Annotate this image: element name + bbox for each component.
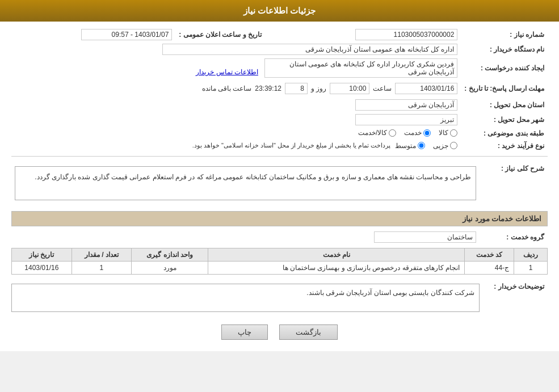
contact-info-link[interactable]: اطلاعات تماس خریدار xyxy=(196,68,258,76)
col-header-code: کد خدمت xyxy=(465,248,514,261)
category-radio-group: کالا خدمت کالا/خدمت xyxy=(358,129,457,137)
col-header-name: نام خدمت xyxy=(208,248,465,261)
deadline-time: 10:00 xyxy=(330,83,369,94)
services-table: ردیف کد خدمت نام خدمت واحد اندازه گیری ت… xyxy=(11,248,548,275)
category-radio-khedmat[interactable] xyxy=(423,129,431,137)
process-radio-mottavas[interactable] xyxy=(418,142,425,149)
process-type-radio-group: جزیی متوسط xyxy=(395,142,457,150)
process-option-jozi[interactable]: جزیی xyxy=(433,142,457,150)
page-header: جزئیات اطلاعات نیاز xyxy=(0,0,559,22)
requester-org-value: اداره کل کتابخانه های عمومی استان آذربای… xyxy=(162,44,457,55)
buyer-notes-value: شرکت کنندگان بایستی بومی استان آذربایجان… xyxy=(11,284,480,312)
service-group-label: گروه خدمت : xyxy=(480,230,548,245)
province-value: آذربایجان شرقی xyxy=(355,99,457,111)
category-option-kala[interactable]: کالا xyxy=(439,129,457,137)
category-option-kala-khedmat[interactable]: کالا/خدمت xyxy=(358,129,396,137)
table-row: 1 ج-44 انجام کارهای متفرقه درخصوص بازساز… xyxy=(12,261,548,274)
cell-code: ج-44 xyxy=(465,261,514,274)
process-mottavas-label: متوسط xyxy=(395,142,416,150)
col-header-unit: واحد اندازه گیری xyxy=(132,248,208,261)
need-number-value: 1103005037000002 xyxy=(355,29,457,40)
publish-datetime-value: 1403/01/07 - 09:57 xyxy=(81,29,172,40)
process-jozi-label: جزیی xyxy=(433,142,448,150)
publish-datetime-label: تاریخ و ساعت اعلان عمومی : xyxy=(175,27,278,42)
back-button[interactable]: بازگشت xyxy=(279,324,338,340)
print-button[interactable]: چاپ xyxy=(221,324,268,340)
deadline-days-label: روز و xyxy=(311,85,326,92)
col-header-row: ردیف xyxy=(514,248,548,261)
deadline-date: 1403/01/16 xyxy=(395,83,457,94)
province-label: استان محل تحویل : xyxy=(461,98,548,112)
cell-name: انجام کارهای متفرقه درخصوص بازسازی و بهس… xyxy=(208,261,465,274)
remain-time-label: ساعت باقی مانده xyxy=(202,85,252,92)
creator-label: ایجاد کننده درخواست : xyxy=(461,57,548,79)
category-radio-kala[interactable] xyxy=(450,129,457,137)
services-section-title: اطلاعات خدمات مورد نیاز xyxy=(11,211,548,226)
col-header-date: تاریخ نیاز xyxy=(12,248,72,261)
page-title: جزئیات اطلاعات نیاز xyxy=(243,6,316,15)
deadline-days: 8 xyxy=(285,83,308,94)
col-header-qty: تعداد / مقدار xyxy=(72,248,132,261)
description-text: طراحی و محاسبات نقشه های معماری و سازه و… xyxy=(15,166,476,200)
creator-value: فردین شکری کاربردار اداره کل کتابخانه ها… xyxy=(264,58,457,78)
need-number-label: شماره نیاز : xyxy=(461,27,548,42)
city-label: شهر محل تحویل : xyxy=(461,112,548,127)
category-option-khedmat[interactable]: خدمت xyxy=(404,129,431,137)
requester-org-label: نام دستگاه خریدار : xyxy=(461,42,548,57)
remain-time-value: 23:39:12 xyxy=(255,85,281,92)
category-radio-kala-khedmat[interactable] xyxy=(389,129,396,137)
cell-unit: مورد xyxy=(132,261,208,274)
cell-row: 1 xyxy=(514,261,548,274)
process-note: پرداخت تمام یا بخشی از مبلغ خریدار از مح… xyxy=(192,142,391,149)
action-buttons: بازگشت چاپ xyxy=(11,324,548,340)
service-group-value: ساختمان xyxy=(374,231,476,243)
buyer-notes-section: توضیحات خریدار : شرکت کنندگان بایستی بوم… xyxy=(11,280,548,315)
category-kala-label: کالا xyxy=(439,129,448,137)
cell-date: 1403/01/16 xyxy=(12,261,72,274)
description-label: شرح کلی نیاز : xyxy=(480,161,548,205)
process-radio-jozi[interactable] xyxy=(450,142,457,149)
deadline-time-label: ساعت xyxy=(373,85,392,92)
city-value: تبریز xyxy=(355,114,457,125)
category-label: طبقه بندی موضوعی : xyxy=(461,127,548,140)
process-type-label: نوع فرآیند خرید : xyxy=(461,140,548,151)
category-khedmat-label: خدمت xyxy=(404,129,422,137)
category-kala-khedmat-label: کالا/خدمت xyxy=(358,129,387,137)
process-option-mottavas[interactable]: متوسط xyxy=(395,142,425,150)
buyer-notes-label: توضیحات خریدار : xyxy=(480,280,548,293)
deadline-label: مهلت ارسال پاسخ: تا تاریخ : xyxy=(461,79,548,98)
cell-qty: 1 xyxy=(72,261,132,274)
